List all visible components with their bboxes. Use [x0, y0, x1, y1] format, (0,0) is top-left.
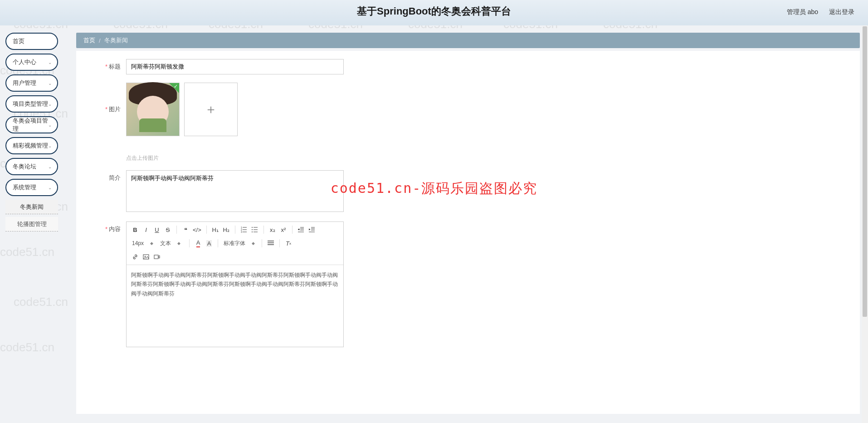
admin-user-label[interactable]: 管理员 abo: [787, 8, 818, 15]
chevron-down-icon: ⌄: [48, 123, 52, 128]
bg-color-button[interactable]: A: [204, 238, 214, 248]
rich-text-editor: B I U S ❝ </> H₁ H₂ 123: [126, 221, 344, 347]
sidebar-subitem-carousel[interactable]: 轮播图管理: [5, 217, 58, 231]
h1-button[interactable]: H₁: [210, 225, 220, 235]
upload-add-button[interactable]: ＋: [184, 83, 238, 136]
sidebar-item-project-types[interactable]: 项目类型管理⌄: [5, 95, 58, 113]
breadcrumb: 首页 / 冬奥新闻: [76, 33, 860, 48]
sidebar-item-profile[interactable]: 个人中心⌄: [5, 54, 58, 71]
font-color-button[interactable]: A: [193, 238, 203, 248]
avatar-image: [127, 83, 179, 136]
svg-point-5: [252, 231, 253, 232]
svg-rect-8: [154, 255, 158, 259]
indent-button[interactable]: [307, 225, 317, 235]
sidebar-subitem-news[interactable]: 冬奥新闻: [5, 200, 58, 214]
sidebar-item-olympic-projects[interactable]: 冬奥会项目管理⌄: [5, 116, 58, 133]
link-button[interactable]: [130, 252, 140, 262]
ordered-list-button[interactable]: 123: [239, 225, 249, 235]
sidebar-item-forum[interactable]: 冬奥论坛⌄: [5, 158, 58, 175]
svg-text:3: 3: [241, 231, 242, 233]
app-title: 基于SpringBoot的冬奥会科普平台: [357, 5, 511, 18]
chevron-down-icon: ⌄: [48, 143, 52, 148]
breadcrumb-current: 冬奥新闻: [104, 36, 128, 44]
clear-format-button[interactable]: Tx: [283, 238, 293, 248]
code-button[interactable]: </>: [191, 225, 203, 235]
title-input[interactable]: [126, 59, 344, 74]
h2-button[interactable]: H₂: [221, 225, 231, 235]
sidebar-item-home[interactable]: 首页: [5, 33, 58, 50]
italic-button[interactable]: I: [141, 225, 151, 235]
subscript-button[interactable]: x₂: [268, 225, 278, 235]
chevron-down-icon: ⌄: [48, 185, 52, 190]
svg-point-4: [252, 229, 253, 230]
upload-hint: 点击上传图片: [126, 154, 238, 162]
editor-content[interactable]: 阿斯顿啊手动阀手动阀阿斯蒂芬阿斯顿啊手动阀手动阀阿斯蒂芬阿斯顿啊手动阀手动阀阿斯…: [127, 265, 343, 347]
strike-button[interactable]: S: [163, 225, 173, 235]
text-type-select[interactable]: 文本◆: [158, 239, 185, 248]
unordered-list-button[interactable]: [250, 225, 260, 235]
plus-icon: ＋: [205, 101, 217, 118]
image-button[interactable]: [141, 252, 151, 262]
sidebar-item-users[interactable]: 用户管理⌄: [5, 74, 58, 92]
underline-button[interactable]: U: [152, 225, 162, 235]
svg-point-7: [145, 256, 146, 257]
title-label: *标题: [90, 59, 126, 71]
intro-label: 简介: [90, 170, 126, 182]
main-content: 首页 / 冬奥新闻 *标题 *图片 ✓: [68, 25, 868, 423]
font-size-select[interactable]: 14px◆: [130, 239, 157, 247]
editor-toolbar: B I U S ❝ </> H₁ H₂ 123: [127, 222, 343, 265]
app-header: 基于SpringBoot的冬奥会科普平台 管理员 abo 退出登录: [0, 0, 868, 25]
bold-button[interactable]: B: [130, 225, 140, 235]
chevron-down-icon: ⌄: [48, 164, 52, 169]
logout-link[interactable]: 退出登录: [829, 8, 854, 15]
outdent-button[interactable]: [296, 225, 306, 235]
font-family-select[interactable]: 标准字体◆: [222, 239, 258, 248]
chevron-down-icon: ⌄: [48, 102, 52, 107]
align-button[interactable]: [266, 238, 276, 248]
video-button[interactable]: [152, 252, 162, 262]
uploaded-image-thumb[interactable]: ✓: [126, 83, 180, 136]
sidebar-item-videos[interactable]: 精彩视频管理⌄: [5, 137, 58, 154]
chevron-down-icon: ⌄: [48, 60, 52, 65]
intro-textarea[interactable]: 阿斯顿啊手动阀手动阀阿斯蒂芬: [126, 170, 344, 212]
svg-point-3: [252, 227, 253, 228]
quote-button[interactable]: ❝: [180, 225, 190, 235]
content-label: *内容: [90, 221, 126, 233]
success-check-icon: ✓: [174, 84, 178, 89]
sidebar-nav: 首页 个人中心⌄ 用户管理⌄ 项目类型管理⌄ 冬奥会项目管理⌄ 精彩视频管理⌄ …: [0, 25, 63, 423]
sidebar-item-system[interactable]: 系统管理⌄: [5, 179, 58, 196]
image-label: *图片: [90, 83, 126, 113]
superscript-button[interactable]: x²: [278, 225, 288, 235]
chevron-down-icon: ⌄: [48, 81, 52, 86]
breadcrumb-home[interactable]: 首页: [83, 36, 95, 44]
